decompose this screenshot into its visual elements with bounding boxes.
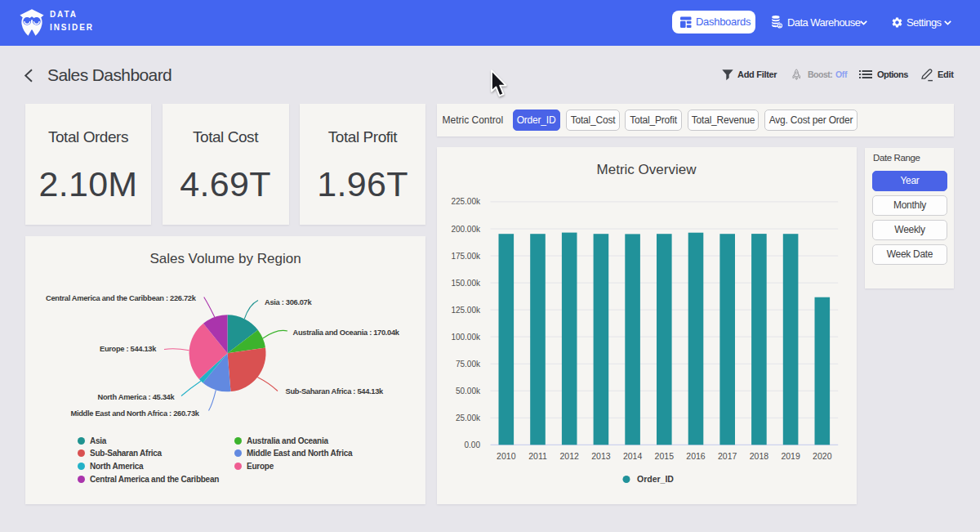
svg-text:Order_ID: Order_ID [637,474,674,484]
svg-text:2018: 2018 [749,451,768,461]
svg-text:175.00k: 175.00k [451,252,481,261]
svg-text:225.00k: 225.00k [451,197,481,206]
svg-text:2011: 2011 [528,451,547,461]
svg-text:2019: 2019 [781,451,800,461]
svg-text:150.00k: 150.00k [451,279,481,288]
svg-text:2010: 2010 [497,451,516,461]
svg-text:2017: 2017 [718,451,737,461]
svg-text:200.00k: 200.00k [451,225,481,234]
svg-text:100.00k: 100.00k [451,333,481,342]
svg-text:2016: 2016 [686,451,706,461]
svg-text:0.00: 0.00 [464,440,480,449]
svg-text:2015: 2015 [654,451,674,461]
svg-text:25.00k: 25.00k [455,414,480,422]
svg-text:2020: 2020 [813,451,832,461]
svg-text:2014: 2014 [622,451,642,461]
svg-text:2013: 2013 [591,451,611,461]
svg-text:125.00k: 125.00k [451,306,481,315]
svg-text:75.00k: 75.00k [455,360,480,369]
svg-text:50.00k: 50.00k [455,387,480,396]
svg-text:2012: 2012 [559,451,579,461]
